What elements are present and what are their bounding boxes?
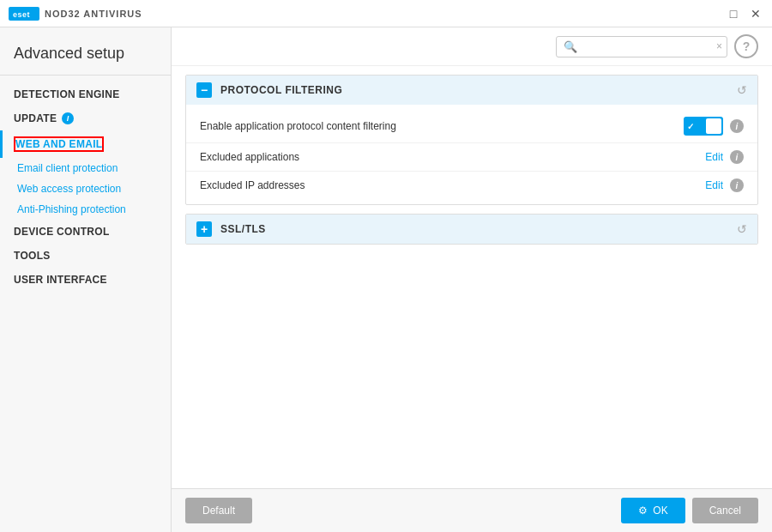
excluded-ip-addresses-label: Excluded IP addresses (200, 179, 705, 191)
ssl-tls-title: SSL/TLS (220, 223, 737, 235)
search-icon: 🔍 (564, 40, 577, 53)
toggle-check-icon: ✓ (685, 122, 694, 131)
help-button[interactable]: ? (734, 34, 758, 58)
sidebar-item-anti-phishing-protection[interactable]: Anti-Phishing protection (0, 199, 171, 220)
section-ssl-tls: + SSL/TLS ↺ (185, 214, 758, 245)
protocol-filtering-title: PROTOCOL FILTERING (220, 84, 737, 96)
enable-app-protocol-label: Enable application protocol content filt… (200, 120, 684, 132)
section-protocol-filtering: − PROTOCOL FILTERING ↺ Enable applicatio… (185, 75, 758, 205)
excluded-applications-info-icon[interactable]: i (730, 150, 744, 164)
content-panel: 🔍 × ? − PROTOCOL FILTERING ↺ Enable appl… (172, 27, 772, 532)
search-input[interactable] (582, 40, 711, 52)
sidebar-item-tools[interactable]: TOOLS (0, 244, 171, 268)
main-area: Advanced setup DETECTION ENGINE UPDATE i… (0, 27, 772, 532)
ok-label: OK (653, 505, 667, 517)
ssl-tls-reset-icon[interactable]: ↺ (737, 222, 747, 236)
enable-app-protocol-control: ✓ (684, 117, 723, 136)
search-clear-icon[interactable]: × (716, 40, 722, 52)
protocol-filtering-body: Enable application protocol content filt… (186, 105, 757, 204)
setting-row-excluded-ip-addresses: Excluded IP addresses Edit i (186, 172, 757, 199)
excluded-ip-addresses-edit-link[interactable]: Edit (705, 179, 723, 191)
sidebar-item-email-client-protection[interactable]: Email client protection (0, 158, 171, 178)
excluded-ip-addresses-info-icon[interactable]: i (730, 178, 744, 192)
close-button[interactable]: ✕ (748, 6, 763, 21)
bottom-bar: Default ⚙ OK Cancel (172, 488, 772, 532)
update-badge-icon: i (62, 112, 74, 124)
excluded-applications-control: Edit (705, 151, 723, 163)
cancel-button[interactable]: Cancel (692, 498, 758, 523)
ssl-tls-expand-icon[interactable]: + (196, 221, 212, 237)
default-button[interactable]: Default (185, 498, 252, 523)
web-and-email-label: WEB AND EMAIL (14, 136, 104, 152)
setting-row-enable-app-protocol: Enable application protocol content filt… (186, 110, 757, 143)
sidebar-item-update[interactable]: UPDATE i (0, 106, 171, 130)
excluded-ip-addresses-control: Edit (705, 179, 723, 191)
enable-app-protocol-toggle[interactable]: ✓ (684, 117, 723, 136)
eset-logo-icon: eset (9, 7, 39, 21)
search-box: 🔍 × (556, 36, 727, 57)
svg-text:eset: eset (13, 10, 30, 19)
protocol-filtering-reset-icon[interactable]: ↺ (737, 83, 747, 97)
titlebar-controls: □ ✕ (726, 6, 763, 21)
titlebar: eset NOD32 ANTIVIRUS □ ✕ (0, 0, 772, 27)
sidebar-item-web-and-email[interactable]: WEB AND EMAIL (0, 130, 171, 158)
minimize-button[interactable]: □ (726, 6, 741, 21)
content-scroll: − PROTOCOL FILTERING ↺ Enable applicatio… (172, 66, 772, 488)
titlebar-logo: eset NOD32 ANTIVIRUS (9, 7, 726, 21)
enable-app-protocol-info-icon[interactable]: i (730, 119, 744, 133)
excluded-applications-label: Excluded applications (200, 151, 705, 163)
section-ssl-tls-header[interactable]: + SSL/TLS ↺ (186, 215, 757, 244)
sidebar-heading: Advanced setup (0, 27, 171, 76)
setting-row-excluded-applications: Excluded applications Edit i (186, 143, 757, 172)
excluded-applications-edit-link[interactable]: Edit (705, 151, 723, 163)
update-label: UPDATE (14, 112, 57, 124)
sidebar-item-device-control[interactable]: DEVICE CONTROL (0, 220, 171, 244)
sidebar-item-user-interface[interactable]: USER INTERFACE (0, 268, 171, 292)
protocol-filtering-collapse-icon[interactable]: − (196, 82, 212, 98)
section-protocol-filtering-header[interactable]: − PROTOCOL FILTERING ↺ (186, 76, 757, 105)
toggle-thumb (706, 118, 721, 134)
app-name: NOD32 ANTIVIRUS (45, 9, 142, 19)
sidebar-item-web-access-protection[interactable]: Web access protection (0, 178, 171, 199)
sidebar: Advanced setup DETECTION ENGINE UPDATE i… (0, 27, 172, 532)
ok-button[interactable]: ⚙ OK (621, 498, 685, 523)
sidebar-item-detection-engine[interactable]: DETECTION ENGINE (0, 82, 171, 106)
content-toolbar: 🔍 × ? (172, 27, 772, 66)
ok-icon: ⚙ (638, 505, 648, 517)
sidebar-nav: DETECTION ENGINE UPDATE i WEB AND EMAIL … (0, 76, 171, 532)
